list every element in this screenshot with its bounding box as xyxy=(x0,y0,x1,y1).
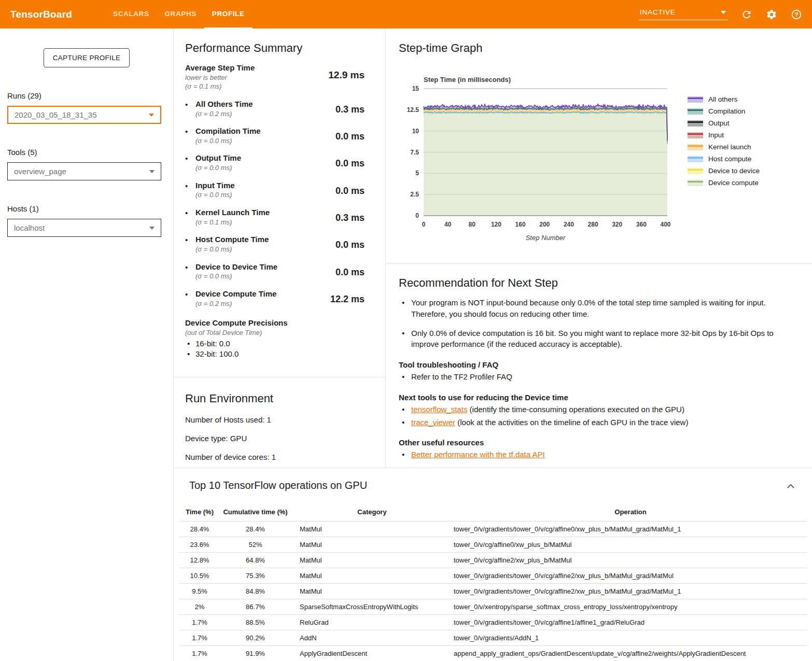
steptime-graph-title: Step-time Graph xyxy=(399,41,794,55)
env-line: Number of Hosts used: 1 xyxy=(185,415,365,424)
top10-ops-table: Time (%) Cumulative time (%) Category Op… xyxy=(179,505,807,661)
legend-line-icon xyxy=(688,145,703,147)
capture-profile-button[interactable]: CAPTURE PROFILE xyxy=(44,48,130,67)
header-actions: INACTIVE ? xyxy=(639,8,803,21)
operation-cell: tower_0/v/cg/affine2/xw_plus_b/MatMul xyxy=(454,553,807,568)
metric-sigma: (σ = 0.0 ms) xyxy=(195,136,261,146)
table-row: 28.4%28.4%MatMultower_0/v/gradients/towe… xyxy=(179,522,807,537)
operation-cell: tower_0/v/gradients/AddN_1 xyxy=(454,630,807,646)
precisions-note: (out of Total Device Time) xyxy=(185,328,365,337)
operation-cell: tower_0/v/gradients/tower_0/v/cg/affine2… xyxy=(454,584,807,599)
cumulative-cell: 84.8% xyxy=(220,584,290,599)
time-cell: 9.5% xyxy=(179,584,220,599)
bullet-icon: • xyxy=(185,126,195,145)
other-resources-heading: Other useful resources xyxy=(399,438,794,447)
runs-select-value: 2020_03_05_18_31_35 xyxy=(15,110,97,119)
category-cell: AddN xyxy=(290,630,454,646)
help-icon[interactable]: ? xyxy=(790,8,803,21)
metric-text: Compilation Time(σ = 0.0 ms) xyxy=(195,126,261,145)
resource-link[interactable]: Better performance with the tf.data API xyxy=(411,450,545,459)
metric-label: •Host Compute Time(σ = 0.0 ms) xyxy=(185,235,269,254)
top10-ops-section: Top 10 TensorFlow operations on GPU Time… xyxy=(174,468,812,661)
legend-item: Kernel launch xyxy=(688,143,760,151)
legend-swatch xyxy=(688,156,703,162)
tool-link[interactable]: trace_viewer xyxy=(411,418,455,427)
svg-text:160: 160 xyxy=(515,221,526,228)
metric-name: Device to Device Time xyxy=(195,262,277,272)
metric-row: •Input Time(σ = 0.0 ms)0.0 ms xyxy=(185,181,365,200)
table-row: 10.5%75.3%MatMultower_0/v/gradients/towe… xyxy=(179,568,807,584)
recommendation-bullet: Your program is NOT input-bound because … xyxy=(399,297,793,320)
legend-swatch xyxy=(688,132,703,138)
refresh-icon[interactable] xyxy=(740,8,753,21)
metric-text: Kernel Launch Time(σ = 0.1 ms) xyxy=(195,208,270,227)
tab-profile[interactable]: PROFILE xyxy=(204,0,253,29)
metric-row: •All Others Time(σ = 0.2 ms)0.3 ms xyxy=(185,100,365,118)
tab-graphs[interactable]: GRAPHS xyxy=(157,0,204,29)
svg-text:360: 360 xyxy=(636,221,647,228)
svg-text:0: 0 xyxy=(415,212,419,219)
average-step-time-sigma: (σ = 0.1 ms) xyxy=(185,82,255,91)
metric-name: Input Time xyxy=(195,181,235,191)
divider xyxy=(386,263,812,264)
metric-row: •Kernel Launch Time(σ = 0.1 ms)0.3 ms xyxy=(185,208,365,227)
time-cell: 1.7% xyxy=(179,615,220,630)
faq-heading: Tool troubleshooting / FAQ xyxy=(399,360,794,369)
cumulative-cell: 52% xyxy=(220,537,290,553)
legend-line-icon xyxy=(688,169,703,171)
metric-value: 0.0 ms xyxy=(335,267,365,281)
legend-item: Input xyxy=(688,131,760,139)
tool-link[interactable]: tensorflow_stats xyxy=(411,405,467,414)
operation-cell: tower_0/v/gradients/tower_0/v/cg/affine0… xyxy=(454,522,807,537)
svg-text:2.5: 2.5 xyxy=(410,191,419,198)
table-header-row: Time (%) Cumulative time (%) Category Op… xyxy=(179,505,807,522)
operation-cell: tower_0/v/xentropy/sparse_softmax_cross_… xyxy=(454,599,807,615)
hosts-select[interactable]: localhost xyxy=(7,219,161,237)
average-step-time-value: 12.9 ms xyxy=(328,69,365,91)
operation-cell: tower_0/v/gradients/tower_0/v/cg/affine2… xyxy=(454,568,807,584)
svg-text:?: ? xyxy=(795,11,799,17)
table-row: 1.7%90.2%AddNtower_0/v/gradients/AddN_1 xyxy=(179,630,807,646)
tool-link-desc: (look at the activities on the timeline … xyxy=(455,418,688,427)
svg-text:200: 200 xyxy=(539,221,550,228)
legend-item: Output xyxy=(688,119,760,127)
metric-value: 0.0 ms xyxy=(335,131,365,145)
metric-sigma: (σ = 0.0 ms) xyxy=(195,272,277,281)
legend-line-icon xyxy=(688,121,703,123)
metric-sigma: (σ = 0.0 ms) xyxy=(195,245,269,254)
category-cell: SparseSoftmaxCrossEntropyWithLogits xyxy=(290,599,454,615)
svg-text:240: 240 xyxy=(564,221,574,228)
tab-scalars[interactable]: SCALARS xyxy=(105,0,157,29)
legend-item: Host compute xyxy=(688,155,760,163)
hosts-select-value: localhost xyxy=(14,223,45,232)
average-step-time-label: Average Step Time xyxy=(185,63,255,73)
hosts-label: Hosts (1) xyxy=(7,204,173,213)
status-dropdown[interactable]: INACTIVE xyxy=(639,8,728,20)
steptime-area-chart[interactable]: 02.557.51012.515040801201602002402803203… xyxy=(399,83,681,230)
operation-cell: tower_0/v/cg/affine0/xw_plus_b/MatMul xyxy=(454,537,807,553)
tools-select[interactable]: overview_page xyxy=(7,162,161,180)
metric-sigma: (σ = 0.2 ms) xyxy=(195,109,253,119)
settings-gear-icon[interactable] xyxy=(765,8,778,21)
app-title: TensorBoard xyxy=(10,9,72,20)
runs-select[interactable]: 2020_03_05_18_31_35 xyxy=(7,106,161,124)
divider xyxy=(174,377,385,377)
legend-label: Output xyxy=(708,119,730,127)
category-cell: ReluGrad xyxy=(290,615,454,630)
time-cell: 1.7% xyxy=(179,630,220,646)
metric-text: Device Compute Time(σ = 0.2 ms) xyxy=(195,289,276,308)
status-dropdown-value: INACTIVE xyxy=(640,8,676,16)
collapse-chevron-up-icon[interactable] xyxy=(787,482,796,489)
svg-text:400: 400 xyxy=(660,221,670,228)
bullet-icon: • xyxy=(185,289,195,308)
app-header: TensorBoard SCALARS GRAPHS PROFILE INACT… xyxy=(0,0,812,29)
legend-line-icon xyxy=(688,133,703,135)
precision-item: 32-bit: 100.0 xyxy=(185,349,365,359)
legend-swatch xyxy=(688,96,703,103)
chart-title: Step Time (in milliseconds) xyxy=(424,76,681,83)
legend-swatch xyxy=(688,168,703,174)
category-cell: MatMul xyxy=(290,537,454,553)
legend-label: All others xyxy=(708,95,737,103)
chevron-down-icon xyxy=(149,114,154,117)
svg-text:120: 120 xyxy=(491,221,501,228)
